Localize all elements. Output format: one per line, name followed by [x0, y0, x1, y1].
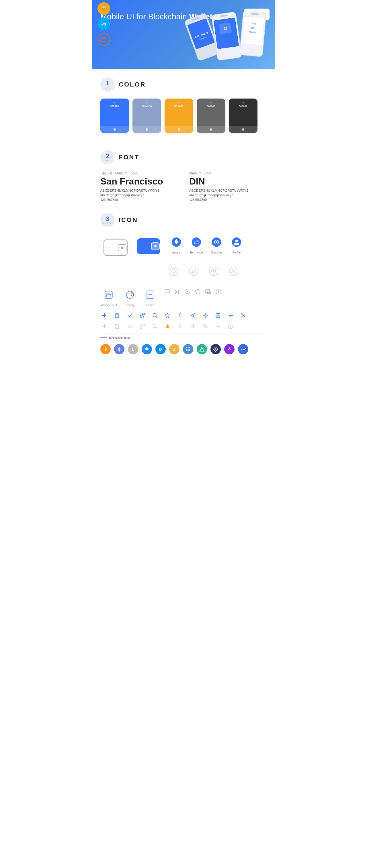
svg-text:D: D — [159, 347, 162, 351]
svg-rect-80 — [216, 316, 220, 317]
clipboard-icon — [113, 311, 121, 319]
bottom-named-icons: Management ! History — [101, 288, 266, 307]
svg-text:Ł: Ł — [132, 347, 134, 351]
save-icon — [214, 311, 222, 319]
search-icon — [151, 311, 159, 319]
sketch-badge — [97, 2, 110, 15]
history-icon-item: ! History — [123, 288, 137, 307]
exchange-icon-item: Exchange — [189, 235, 204, 254]
svg-text:BTC: BTC — [252, 23, 256, 25]
qr-icon — [138, 311, 146, 319]
qr-icon-gray — [138, 322, 146, 330]
litecoin-icon: Ł — [128, 344, 138, 354]
color-title: COLOR — [119, 81, 146, 88]
waves-icon — [238, 344, 248, 354]
svg-rect-71 — [140, 314, 141, 314]
svg-point-111 — [186, 350, 187, 351]
svg-text:₿: ₿ — [105, 347, 107, 351]
matic-icon — [224, 344, 234, 354]
compare-icon — [227, 311, 234, 319]
swatch-blue: #3574FA — [101, 98, 129, 133]
svg-text:ETH: ETH — [251, 27, 255, 29]
svg-rect-73 — [140, 316, 141, 317]
wallet-icon-grid: Assets Exchange — [101, 234, 266, 259]
font-section-header: 2 TWO FONT — [101, 150, 266, 164]
layers-icon — [173, 288, 181, 296]
back-icon — [176, 311, 184, 319]
assets-icon-item: Assets — [169, 235, 184, 254]
star-icon — [163, 311, 171, 319]
info-icon — [215, 288, 223, 296]
svg-point-43 — [213, 271, 214, 272]
clipboard-icon-gray — [113, 322, 121, 330]
svg-point-113 — [189, 350, 190, 351]
icon-section-header: 3 THREE ICON — [101, 213, 266, 227]
icon-grid-outline — [101, 264, 266, 283]
svg-marker-99 — [118, 347, 121, 350]
wallet-filled-icon — [135, 234, 163, 259]
icon-section-number: 3 THREE — [101, 213, 115, 227]
svg-line-75 — [156, 316, 157, 318]
discover-icon-item: Discover — [209, 235, 224, 254]
zcash-icon: Z — [169, 344, 179, 354]
named-icons-top: Assets Exchange — [169, 235, 244, 254]
color-section-number: 1 ONE — [101, 78, 115, 92]
font-section: 2 TWO FONT Regular · Medium · Bold San F… — [92, 142, 275, 204]
svg-point-109 — [188, 349, 189, 350]
search-icon-gray — [151, 322, 159, 330]
svg-point-112 — [188, 350, 189, 351]
svg-rect-48 — [107, 294, 111, 297]
star-icon-orange — [163, 322, 171, 330]
x-icon-gray — [201, 322, 209, 330]
check-icon-gray — [125, 322, 134, 330]
discover-icon — [209, 235, 224, 249]
close-icon — [239, 311, 247, 319]
svg-point-61 — [218, 290, 219, 291]
color-section-header: 1 ONE COLOR — [101, 78, 266, 92]
order-icon-item: Order — [143, 288, 157, 307]
font-section-number: 2 TWO — [101, 150, 115, 164]
swatch-gray-blue: #8DA0C8 — [133, 98, 161, 133]
profile-outline-icon — [227, 264, 241, 278]
svg-point-106 — [188, 347, 189, 348]
svg-marker-102 — [144, 347, 149, 350]
share-icon — [189, 311, 197, 319]
order-icon — [143, 288, 157, 302]
speech-icon — [204, 288, 212, 296]
divider — [101, 333, 266, 334]
ethereum-icon — [114, 344, 124, 354]
svg-marker-76 — [165, 313, 170, 318]
svg-point-56 — [196, 289, 200, 294]
management-icon-item: Management — [101, 288, 117, 307]
svg-point-32 — [192, 238, 201, 247]
svg-point-97 — [230, 325, 231, 326]
svg-point-105 — [186, 347, 187, 348]
svg-point-40 — [189, 267, 198, 276]
svg-marker-92 — [165, 324, 170, 329]
svg-text:◻: ◻ — [223, 26, 227, 31]
moon-icon — [184, 288, 192, 296]
svg-point-29 — [154, 245, 157, 248]
svg-point-37 — [235, 240, 238, 242]
wallet-wireframe-icon — [101, 236, 129, 258]
svg-line-91 — [156, 327, 157, 329]
screens-badge: 60+ Screens — [97, 33, 110, 46]
bitcoin-icon: ₿ — [101, 344, 111, 354]
misc-icons-row — [163, 288, 223, 296]
dash-icon: D — [156, 344, 166, 354]
font-display: Regular · Medium · Bold San Francisco AB… — [101, 171, 266, 202]
svg-rect-88 — [142, 324, 144, 326]
stratis-icon — [142, 344, 152, 354]
font-san-francisco: Regular · Medium · Bold San Francisco AB… — [101, 171, 178, 202]
crypto-icons-row: ₿ Ł D Z — [101, 341, 266, 357]
svg-point-110 — [189, 349, 190, 350]
font-din: Medium · Bold DIN ABCDEFGHIJKLMNOPQRSTUV… — [189, 171, 266, 202]
svg-rect-72 — [143, 314, 144, 314]
chat-icon — [163, 288, 171, 296]
named-icons-outline — [166, 264, 241, 278]
svg-point-44 — [229, 267, 238, 276]
icon-section: 3 THREE ICON — [92, 204, 275, 369]
ps-badge: Ps — [97, 18, 110, 30]
plus-icon-gray — [101, 322, 108, 330]
management-icon — [102, 288, 116, 302]
